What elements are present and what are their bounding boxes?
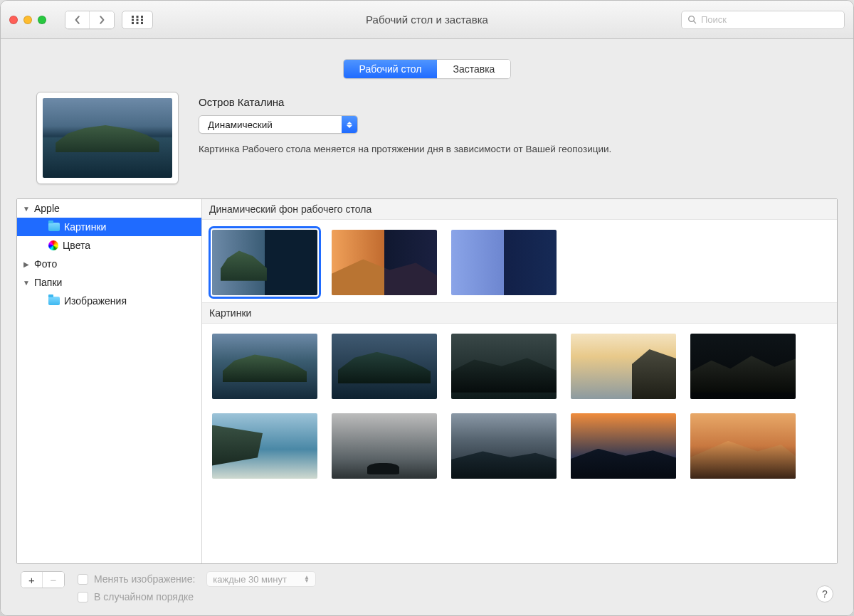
show-all-prefs-button[interactable]	[122, 11, 153, 29]
random-order-checkbox	[78, 592, 88, 602]
change-interval-select: каждые 30 минут ▲▼	[206, 571, 316, 587]
change-picture-checkbox[interactable]	[78, 574, 88, 585]
updown-caret-icon	[342, 116, 357, 133]
wallpaper-thumb[interactable]	[571, 334, 676, 399]
add-remove-folder: + −	[21, 571, 65, 588]
search-field[interactable]	[681, 11, 845, 29]
wallpaper-thumb[interactable]	[690, 334, 796, 399]
sidebar-label: Картинки	[64, 221, 106, 233]
svg-rect-8	[141, 22, 143, 24]
wallpaper-gallery[interactable]: Динамический фон рабочего стола Картинки	[202, 199, 837, 563]
svg-rect-7	[137, 22, 139, 24]
sidebar-group-apple[interactable]: ▼ Apple	[17, 199, 201, 218]
color-wheel-icon	[48, 240, 58, 250]
folder-icon	[48, 297, 60, 305]
appearance-mode-select[interactable]: Динамический	[199, 115, 358, 134]
disclosure-triangle-icon: ▼	[23, 279, 30, 286]
source-sidebar: ▼ Apple Картинки Цвета ▶ Фото ▼ Папк	[17, 199, 202, 563]
chevron-left-icon	[73, 16, 82, 24]
current-wallpaper-row: Остров Каталина Динамический Картинка Ра…	[16, 92, 838, 198]
content-area: Рабочий стол Заставка Остров Каталина Ди…	[1, 39, 853, 615]
sidebar-item-desktop-pictures[interactable]: Картинки	[17, 218, 201, 236]
gallery-header-pictures: Картинки	[202, 302, 837, 324]
chevron-right-icon	[97, 16, 106, 24]
footer-controls: + − Менять изображение: каждые 30 минут …	[16, 564, 838, 602]
search-icon	[687, 15, 697, 24]
rotation-options: Менять изображение: каждые 30 минут ▲▼ В…	[78, 571, 316, 602]
wallpaper-thumb[interactable]	[451, 334, 557, 399]
wallpaper-description: Картинка Рабочего стола меняется на прот…	[199, 144, 818, 154]
tab-switcher: Рабочий стол Заставка	[16, 59, 838, 79]
remove-folder-button: −	[43, 572, 64, 588]
traffic-lights	[9, 16, 46, 24]
wallpaper-preview	[36, 92, 179, 184]
tab-screensaver[interactable]: Заставка	[437, 60, 510, 78]
prefs-window: Рабочий стол и заставка Рабочий стол Зас…	[0, 0, 854, 616]
change-picture-label: Менять изображение:	[94, 573, 195, 585]
tab-desktop[interactable]: Рабочий стол	[344, 60, 438, 78]
wallpaper-thumb[interactable]	[690, 413, 796, 479]
nav-back-forward	[65, 11, 115, 29]
appearance-mode-value: Динамический	[199, 120, 342, 130]
wallpaper-thumb[interactable]	[451, 413, 557, 479]
random-order-label: В случайном порядке	[94, 591, 194, 602]
sidebar-item-colors[interactable]: Цвета	[17, 236, 201, 255]
svg-rect-1	[137, 16, 139, 18]
wallpaper-thumb[interactable]	[332, 413, 437, 479]
wallpaper-browser: ▼ Apple Картинки Цвета ▶ Фото ▼ Папк	[16, 198, 838, 564]
wallpaper-title: Остров Каталина	[199, 96, 818, 108]
picture-thumbnails	[202, 324, 837, 486]
sidebar-item-images-folder[interactable]: Изображения	[17, 292, 201, 310]
wallpaper-thumb-catalina-dynamic[interactable]	[212, 230, 317, 295]
title-bar: Рабочий стол и заставка	[1, 1, 853, 39]
zoom-window-button[interactable]	[38, 16, 46, 24]
sidebar-label: Apple	[34, 203, 60, 214]
close-window-button[interactable]	[9, 16, 18, 24]
wallpaper-thumb[interactable]	[332, 334, 437, 399]
svg-rect-3	[132, 18, 134, 21]
svg-rect-4	[137, 18, 139, 21]
gallery-header-dynamic: Динамический фон рабочего стола	[202, 199, 837, 220]
dynamic-thumbnails	[202, 220, 837, 302]
wallpaper-meta: Остров Каталина Динамический Картинка Ра…	[199, 92, 818, 154]
updown-caret-icon: ▲▼	[304, 575, 310, 583]
forward-button[interactable]	[90, 11, 114, 28]
sidebar-label: Фото	[34, 258, 57, 270]
interval-value: каждые 30 минут	[213, 574, 287, 585]
sidebar-group-photo[interactable]: ▶ Фото	[17, 255, 201, 273]
disclosure-triangle-icon: ▶	[23, 260, 30, 267]
add-folder-button[interactable]: +	[21, 572, 43, 588]
search-input[interactable]	[701, 14, 838, 25]
svg-rect-0	[132, 16, 134, 18]
grid-icon	[132, 16, 143, 24]
wallpaper-thumb-solar-gradients[interactable]	[451, 230, 557, 295]
folder-icon	[48, 223, 60, 231]
sidebar-label: Изображения	[64, 295, 127, 307]
sidebar-group-folders[interactable]: ▼ Папки	[17, 273, 201, 292]
svg-line-10	[694, 21, 696, 23]
minimize-window-button[interactable]	[23, 16, 32, 24]
help-button[interactable]: ?	[816, 585, 833, 602]
svg-rect-5	[141, 18, 143, 21]
wallpaper-thumb-mojave-dynamic[interactable]	[332, 230, 437, 295]
disclosure-triangle-icon: ▼	[23, 205, 30, 212]
sidebar-label: Папки	[34, 277, 62, 288]
wallpaper-thumb[interactable]	[212, 334, 317, 399]
svg-rect-2	[141, 16, 143, 18]
back-button[interactable]	[65, 11, 90, 28]
wallpaper-preview-image	[43, 98, 172, 178]
sidebar-label: Цвета	[63, 240, 90, 251]
wallpaper-thumb[interactable]	[571, 413, 676, 479]
wallpaper-thumb[interactable]	[212, 413, 317, 479]
svg-rect-6	[132, 22, 134, 24]
